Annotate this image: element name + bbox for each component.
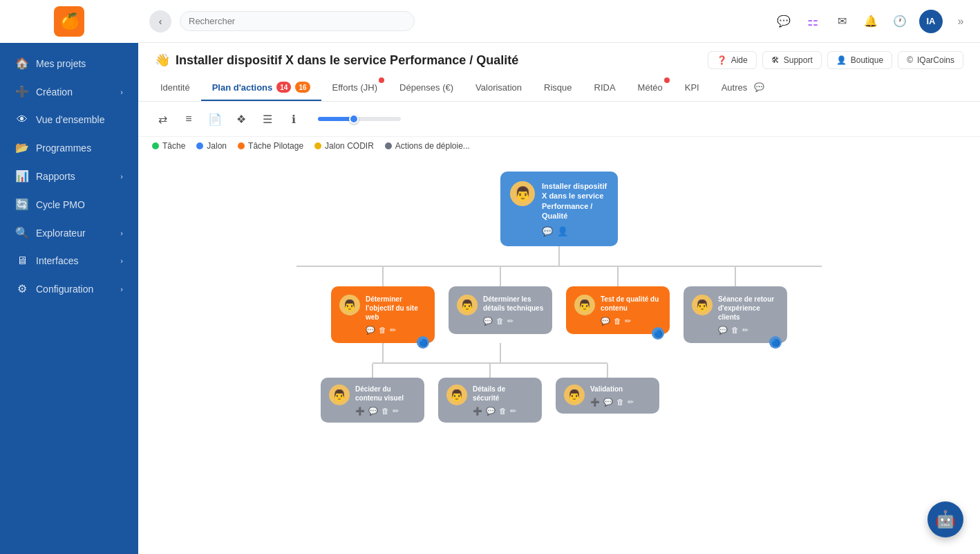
legend-tache: Tâche (152, 141, 185, 151)
sidebar-icon-configuration: ⚙ (15, 282, 29, 295)
sidebar-label-configuration: Configuration (36, 284, 113, 295)
tab-autres[interactable]: Autres 💬 (710, 75, 776, 101)
node3-edit-icon[interactable]: ✏ (625, 317, 631, 326)
sidebar-label-programmes: Programmes (36, 142, 123, 154)
sidebar-item-programmes[interactable]: 📂 Programmes (4, 134, 134, 161)
boutique-button[interactable]: 👤 Boutique (827, 51, 892, 69)
level2-connectors (296, 343, 822, 362)
node2-edit-icon[interactable]: ✏ (507, 317, 513, 326)
task-node-1[interactable]: 👨 Déterminer l'objectif du site web 💬 🗑 … (331, 286, 435, 343)
sub2-comment-icon[interactable]: 💬 (486, 407, 496, 416)
tab-badge-14: 14 (276, 82, 291, 93)
email-icon[interactable]: ✉ (832, 12, 851, 31)
task-node-4[interactable]: 👨 Séance de retour d'expérience clients … (684, 286, 787, 343)
user-avatar[interactable]: IA (919, 10, 943, 33)
tab-rida[interactable]: RIDA (583, 75, 627, 101)
chat-icon[interactable]: 💬 (774, 12, 793, 31)
sub3-title: Validation (590, 385, 634, 394)
sub1-add-icon[interactable]: ➕ (355, 407, 365, 416)
collapse-sidebar-button[interactable]: » (952, 13, 969, 30)
node3-comment-icon[interactable]: 💬 (601, 317, 610, 326)
sidebar-icon-mes-projets: 🏠 (15, 57, 29, 70)
search-input[interactable] (180, 11, 415, 31)
toolbar-menu-icon[interactable]: ☰ (257, 109, 278, 129)
wbs-root-node[interactable]: 👨 Installer dispositif X dans le service… (500, 172, 618, 246)
toolbar-zoom-slider[interactable] (318, 117, 401, 121)
tab-identite[interactable]: Identité (149, 75, 201, 101)
node1-edit-icon[interactable]: ✏ (390, 326, 396, 335)
root-comment-icon[interactable]: 💬 (542, 226, 553, 237)
node3-delete-icon[interactable]: 🗑 (614, 317, 621, 326)
node1-avatar: 👨 (339, 295, 360, 315)
sub2-icons: ➕ 💬 🗑 ✏ (473, 407, 534, 416)
connector-v-4 (735, 267, 736, 286)
iqarcoins-button[interactable]: © IQarCoins (898, 51, 963, 69)
sidebar-item-explorateur[interactable]: 🔍 Explorateur › (4, 219, 134, 246)
bell-icon[interactable]: 🔔 (861, 12, 880, 31)
sub-node-2[interactable]: 👨 Détails de sécurité ➕ 💬 🗑 ✏ (438, 378, 542, 423)
sub2-add-icon[interactable]: ➕ (473, 407, 482, 416)
sub1-comment-icon[interactable]: 💬 (368, 407, 378, 416)
sub1-edit-icon[interactable]: ✏ (393, 407, 399, 416)
sub2-edit-icon[interactable]: ✏ (510, 407, 516, 416)
tab-efforts[interactable]: Efforts (JH) (321, 75, 389, 101)
support-button[interactable]: 🛠 Support (762, 51, 822, 69)
tab-depenses[interactable]: Dépenses (€) (388, 75, 464, 101)
root-title: Installer dispositif X dans le service P… (542, 181, 608, 221)
tab-plan-actions[interactable]: Plan d'actions 14 16 (201, 75, 321, 101)
sub3-comment-icon[interactable]: 💬 (603, 398, 613, 407)
back-button[interactable]: ‹ (149, 10, 171, 33)
toolbar-info-icon[interactable]: ℹ (283, 109, 304, 129)
sub-node-3[interactable]: 👨 Validation ➕ 💬 🗑 ✏ (556, 378, 659, 414)
task-node-2[interactable]: 👨 Déterminer les détails techniques 💬 🗑 … (449, 286, 552, 334)
root-assign-icon[interactable]: 👤 (557, 226, 568, 237)
tab-risque[interactable]: Risque (533, 75, 583, 101)
node1-icons: 💬 🗑 ✏ (366, 326, 426, 335)
node4-edit-icon[interactable]: ✏ (742, 326, 748, 335)
page-header-actions: ❓ Aide 🛠 Support 👤 Boutique © IQarCoins (708, 51, 963, 69)
legend-dot-jalon-codir (314, 142, 321, 149)
node1-delete-icon[interactable]: 🗑 (379, 326, 386, 335)
node2-delete-icon[interactable]: 🗑 (496, 317, 504, 326)
node2-comment-icon[interactable]: 💬 (483, 317, 493, 326)
connector-v-sub2 (500, 343, 501, 362)
toolbar-doc-icon[interactable]: 📄 (205, 109, 225, 129)
tab-kpi[interactable]: KPI (674, 75, 710, 101)
toolbar-group-icon[interactable]: ❖ (231, 109, 252, 129)
sub3-icons: ➕ 💬 🗑 ✏ (590, 398, 634, 407)
node4-comment-icon[interactable]: 💬 (718, 326, 728, 335)
node2-avatar: 👨 (457, 295, 478, 315)
sidebar-item-configuration[interactable]: ⚙ Configuration › (4, 275, 134, 302)
clock-icon[interactable]: 🕐 (890, 12, 910, 31)
node4-icons: 💬 🗑 ✏ (718, 326, 779, 335)
tab-valorisation[interactable]: Valorisation (464, 75, 533, 101)
task-node-3[interactable]: 👨 Test de qualité du contenu 💬 🗑 ✏ 🔵 (566, 286, 670, 334)
wbs-canvas[interactable]: 👨 Installer dispositif X dans le service… (138, 158, 980, 554)
toolbar-list-icon[interactable]: ≡ (178, 109, 199, 129)
node4-delete-icon[interactable]: 🗑 (731, 326, 739, 335)
node1-comment-icon[interactable]: 💬 (366, 326, 375, 335)
connector-v-3 (617, 267, 619, 286)
sidebar-icon-cycle-pmo: 🔄 (15, 198, 29, 211)
sidebar-item-interfaces[interactable]: 🖥 Interfaces › (4, 248, 134, 274)
toolbar-swap-icon[interactable]: ⇄ (152, 109, 173, 129)
chatbot-button[interactable]: 🤖 (927, 501, 963, 537)
sub3-delete-icon[interactable]: 🗑 (616, 398, 624, 407)
sidebar-item-cycle-pmo[interactable]: 🔄 Cycle PMO (4, 191, 134, 218)
sidebar-item-vue-ensemble[interactable]: 👁 Vue d'ensemble (4, 107, 134, 133)
sidebar-item-creation[interactable]: ➕ Création › (4, 78, 134, 105)
node2-title: Déterminer les détails techniques (483, 295, 544, 313)
sidebar-item-rapports[interactable]: 📊 Rapports › (4, 163, 134, 190)
chevron-icon-explorateur: › (120, 229, 123, 237)
tab-meteo[interactable]: Météo (627, 75, 674, 101)
sub-node-1[interactable]: 👨 Décider du contenu visuel ➕ 💬 🗑 ✏ (321, 378, 424, 423)
aide-button[interactable]: ❓ Aide (708, 51, 757, 69)
app-logo: 🍊 (54, 6, 84, 37)
grid-icon[interactable]: ⚏ (803, 12, 822, 31)
sub2-delete-icon[interactable]: 🗑 (499, 407, 507, 416)
sub3-add-icon[interactable]: ➕ (590, 398, 600, 407)
sub3-edit-icon[interactable]: ✏ (628, 398, 634, 407)
page-title-emoji: 👋 (155, 53, 170, 68)
sidebar-item-mes-projets[interactable]: 🏠 Mes projets (4, 50, 134, 77)
sub1-delete-icon[interactable]: 🗑 (381, 407, 389, 416)
